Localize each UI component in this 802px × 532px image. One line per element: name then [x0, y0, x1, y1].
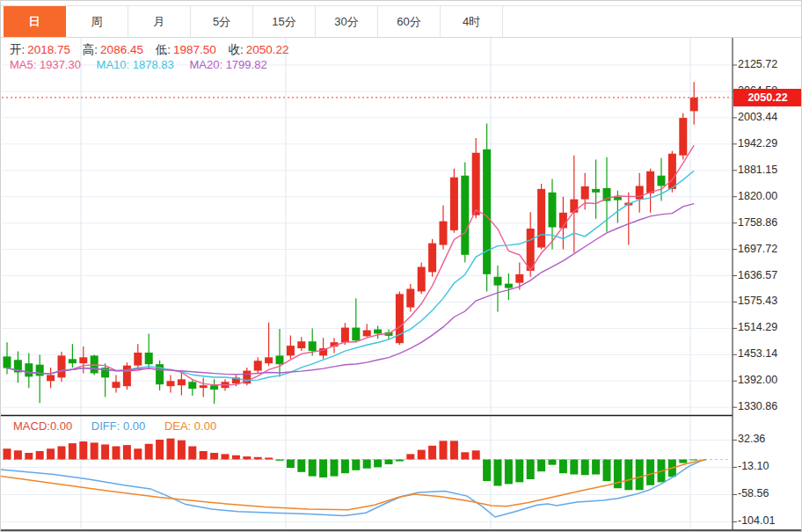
price-axis-label: 1881.15 [738, 164, 801, 176]
close-label: 收: [229, 43, 244, 56]
price-axis-label: 1942.29 [738, 137, 801, 149]
low-label: 低: [156, 43, 171, 56]
current-price-badge: 2050.22 [733, 89, 802, 106]
high-value: 2086.45 [100, 43, 143, 56]
dea-value: DEA: 0.00 [164, 419, 216, 433]
price-axis-label: 1330.86 [738, 400, 801, 412]
tab-timeframe-0[interactable]: 日 [4, 6, 66, 37]
open-label: 开: [10, 43, 25, 56]
high-label: 高: [83, 43, 98, 56]
tab-timeframe-6[interactable]: 60分 [378, 6, 441, 37]
tab-timeframe-1[interactable]: 周 [66, 6, 128, 37]
low-value: 1987.50 [173, 43, 216, 56]
price-axis-label: 2125.72 [738, 58, 801, 70]
macd-value: MACD:0.00 [13, 419, 72, 433]
price-axis-label: 1820.00 [738, 190, 801, 202]
close-value: 2050.22 [246, 43, 289, 56]
ma10-readout: MA10: 1878.83 [97, 58, 174, 71]
price-axis-label: 1575.43 [738, 295, 801, 307]
price-axis-label: 1514.29 [738, 321, 801, 333]
macd-axis-label: -104.01 [738, 514, 801, 527]
price-axis-label: 1758.86 [738, 216, 801, 229]
chart-canvas[interactable] [1, 1, 802, 532]
macd-axis-label: 32.36 [738, 433, 801, 445]
price-axis-label: 1636.57 [738, 269, 801, 281]
price-axis-label: 1453.14 [738, 347, 801, 360]
timeframe-tabbar: 日周月5分15分30分60分4时 [1, 5, 801, 38]
price-axis-label: 2003.44 [738, 111, 801, 123]
chart-app-window: 日周月5分15分30分60分4时 开:2018.75 高:2086.45 低:1… [0, 0, 802, 532]
ma5-readout: MA5: 1937.30 [10, 58, 81, 71]
macd-axis-label: -58.56 [738, 487, 801, 499]
tab-timeframe-3[interactable]: 5分 [191, 6, 253, 37]
ma20-readout: MA20: 1799.82 [189, 58, 266, 71]
ohlc-readout: 开:2018.75 高:2086.45 低:1987.50 收:2050.22 [10, 42, 289, 58]
tab-timeframe-4[interactable]: 15分 [253, 6, 316, 37]
diff-value: DIFF: 0.00 [91, 419, 145, 433]
open-value: 2018.75 [27, 43, 70, 56]
ma-readout: MA5: 1937.30 MA10: 1878.83 MA20: 1799.82 [10, 58, 267, 71]
price-axis-label: 1392.00 [738, 374, 801, 386]
macd-readout: MACD:0.00 DIFF: 0.00 DEA: 0.00 [13, 419, 216, 433]
price-axis-label: 1697.72 [738, 243, 801, 255]
tab-timeframe-5[interactable]: 30分 [316, 6, 378, 37]
macd-axis-label: -13.10 [738, 460, 801, 472]
tab-timeframe-2[interactable]: 月 [128, 6, 191, 37]
tab-timeframe-7[interactable]: 4时 [441, 6, 503, 37]
